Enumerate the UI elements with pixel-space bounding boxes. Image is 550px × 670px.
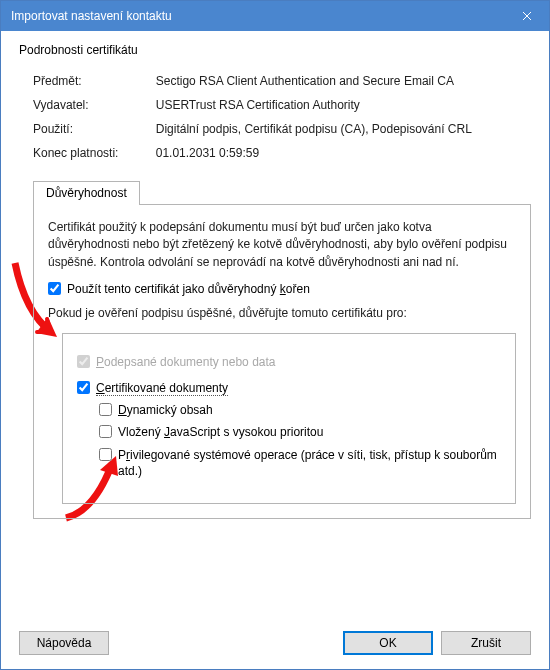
trust-for-label: Pokud je ověření podpisu úspěšné, důvěřu…: [48, 305, 516, 322]
help-button[interactable]: Nápověda: [19, 631, 109, 655]
cancel-button[interactable]: Zrušit: [441, 631, 531, 655]
usage-label: Použití:: [33, 117, 156, 141]
subject-label: Předmět:: [33, 69, 156, 93]
expires-value: 01.01.2031 0:59:59: [156, 141, 531, 165]
opt-priv-label: Privilegované systémové operace (práce v…: [118, 447, 501, 479]
opt-certdoc-checkbox[interactable]: [77, 381, 90, 394]
opt-priv-row: Privilegované systémové operace (práce v…: [99, 447, 501, 479]
opt-dynamic-label: Dynamický obsah: [118, 402, 213, 418]
issuer-value: USERTrust RSA Certification Authority: [156, 93, 531, 117]
opt-priv-checkbox[interactable]: [99, 448, 112, 461]
issuer-label: Vydavatel:: [33, 93, 156, 117]
use-as-root-row: Použít tento certifikát jako důvěryhodný…: [48, 281, 516, 297]
cert-details: Předmět: Sectigo RSA Client Authenticati…: [33, 69, 531, 165]
opt-dynamic-checkbox[interactable]: [99, 403, 112, 416]
close-button[interactable]: [504, 1, 549, 31]
opt-certdoc-row: Certifikované dokumenty: [77, 380, 501, 396]
ok-button[interactable]: OK: [343, 631, 433, 655]
trust-options-box: Podepsané dokumenty nebo data Certifikov…: [62, 333, 516, 504]
opt-certdoc-label: Certifikované dokumenty: [96, 380, 228, 396]
titlebar: Importovat nastavení kontaktu: [1, 1, 549, 31]
opt-js-checkbox[interactable]: [99, 425, 112, 438]
section-title: Podrobnosti certifikátu: [19, 43, 531, 57]
window-title: Importovat nastavení kontaktu: [11, 9, 172, 23]
usage-value: Digitální podpis, Certifikát podpisu (CA…: [156, 117, 531, 141]
button-row: Nápověda OK Zrušit: [1, 623, 549, 669]
opt-dynamic-row: Dynamický obsah: [99, 402, 501, 418]
opt-signed-label: Podepsané dokumenty nebo data: [96, 354, 275, 370]
opt-signed-row: Podepsané dokumenty nebo data: [77, 354, 501, 370]
use-as-root-label: Použít tento certifikát jako důvěryhodný…: [67, 281, 310, 297]
tab-panel-trust: Certifikát použitý k podepsání dokumentu…: [33, 204, 531, 519]
opt-js-row: Vložený JavaScript s vysokou prioritou: [99, 424, 501, 440]
use-as-root-checkbox[interactable]: [48, 282, 61, 295]
opt-js-label: Vložený JavaScript s vysokou prioritou: [118, 424, 323, 440]
trust-description: Certifikát použitý k podepsání dokumentu…: [48, 219, 516, 271]
tab-trust[interactable]: Důvěryhodnost: [33, 181, 140, 205]
expires-label: Konec platnosti:: [33, 141, 156, 165]
close-icon: [522, 11, 532, 21]
opt-signed-checkbox: [77, 355, 90, 368]
subject-value: Sectigo RSA Client Authentication and Se…: [156, 69, 531, 93]
